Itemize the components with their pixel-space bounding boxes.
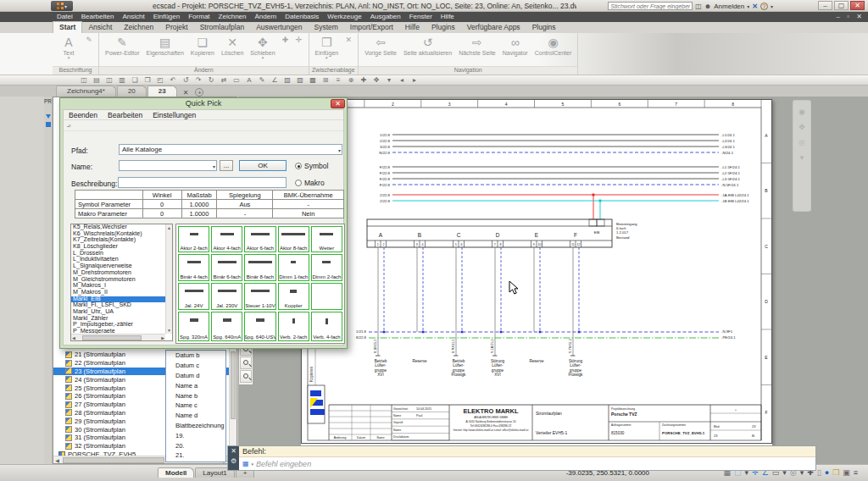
qat-prev-icon[interactable]: ◂ <box>396 76 408 84</box>
menu-zeichnen[interactable]: Zeichnen <box>214 12 251 22</box>
menu-ausgaben[interactable]: Ausgaben <box>366 12 405 22</box>
symbol-cell-aktor-8-fach[interactable]: Aktor 8-fach <box>278 226 309 252</box>
power-editor-button[interactable]: ✎Power-Editor <box>103 35 142 56</box>
header-field-item[interactable]: Name c <box>166 401 225 411</box>
chevron-down-icon[interactable]: ▾ <box>771 3 773 9</box>
status-menu-icon[interactable]: ≡ <box>854 467 858 478</box>
scroll-thumb[interactable] <box>231 351 236 419</box>
orbit-icon[interactable]: ▾ <box>800 153 804 162</box>
browse-button[interactable]: ... <box>220 160 233 171</box>
pan-icon[interactable]: ✥ <box>798 123 805 131</box>
qat-move-icon[interactable]: ✥ <box>370 76 382 84</box>
drawing-tab-23[interactable]: 23 <box>147 86 177 97</box>
qat-pencil-icon[interactable]: ✎ <box>256 76 268 84</box>
close-icon[interactable]: ✕ <box>231 447 236 455</box>
tab-system[interactable]: System <box>308 22 343 33</box>
eigenschaften-button[interactable]: ▤Eigenschaften <box>143 35 186 56</box>
tool-button[interactable]: ✛ <box>293 35 305 45</box>
menu-ndern[interactable]: Ändern <box>250 12 281 22</box>
zoom-previous-button[interactable] <box>240 357 252 369</box>
search-icon[interactable]: ◫ <box>695 3 702 10</box>
ok-button[interactable]: OK <box>239 160 287 171</box>
drawing-tab-zeichnung4[interactable]: Zeichnung4* <box>56 86 116 97</box>
header-field-item[interactable]: Name a <box>166 380 225 390</box>
qat-search-icon[interactable]: ◫ <box>78 76 90 84</box>
symbol-cell-aktor-2-fach[interactable]: Aktor 2-fach <box>178 226 209 252</box>
menu-ansicht[interactable]: Ansicht <box>118 12 148 22</box>
header-field-item[interactable]: 21. <box>166 451 225 461</box>
list-vscrollbar[interactable]: ▲▼ <box>165 224 172 334</box>
qat-table-icon[interactable]: ⊞ <box>320 76 331 84</box>
user-icon[interactable]: ☻ <box>704 3 711 10</box>
dialog-menu-beenden[interactable]: Beenden <box>64 111 103 119</box>
symbol-cell-dimm-2-fach[interactable]: Dimm 2-fach <box>311 254 342 280</box>
menu-fenster[interactable]: Fenster <box>405 12 437 22</box>
symbol-cell-aktor-4-fach[interactable]: Aktor 4-fach <box>211 226 242 252</box>
header-field-item[interactable]: Name d <box>166 411 225 421</box>
symbol-cell-wetter[interactable]: Wetter <box>311 226 342 252</box>
qat-copy-icon[interactable]: ❒ <box>142 76 153 84</box>
navigator-button[interactable]: ∞Navigator <box>500 35 531 56</box>
qat-text-icon[interactable]: A <box>243 76 255 84</box>
pin-icon[interactable]: -▫ <box>67 122 70 130</box>
fullnav-icon[interactable]: ◉ <box>798 108 805 116</box>
tool-button[interactable]: ✕ <box>342 35 354 45</box>
symbol-cell-bin-r-8-fach[interactable]: Binär 8-fach <box>244 254 275 280</box>
drawing-sheet[interactable]: 12345678ABCDEF1/22.8-L1/24.12/22.8-L2/24… <box>301 99 772 445</box>
qat-dropdown-icon[interactable]: ▾ <box>383 76 395 84</box>
symbol-cell-jal-230v[interactable]: Jal. 230V <box>211 283 242 310</box>
command-grip[interactable]: ✕ ⚙ <box>228 446 239 470</box>
zoom-icon[interactable]: ◎ <box>798 138 805 147</box>
tab-plugins[interactable]: Plugins <box>526 22 562 33</box>
close-tab-icon[interactable]: ✕ <box>178 89 194 97</box>
qat-undo-history-icon[interactable]: ↺ <box>180 76 192 84</box>
menu-bearbeiten[interactable]: Bearbeiten <box>77 12 119 22</box>
scroll-thumb[interactable] <box>63 457 164 463</box>
catalog-item[interactable]: P_Messgeraete <box>71 329 165 334</box>
n-chste-seite-button[interactable]: ⇨Nächste Seite <box>456 35 498 56</box>
list-hscrollbar[interactable]: ◀▶ <box>71 334 165 340</box>
catalog-list[interactable]: ▲▼ ◀▶ K5_Relais,WechslerK6_Wischrelais(K… <box>70 224 173 341</box>
minimize-button[interactable]: – <box>818 1 832 10</box>
menu-format[interactable]: Format <box>184 12 214 22</box>
beschreibung-input[interactable] <box>118 177 287 188</box>
symbol-cell-verb-2-fach[interactable]: Verb. 2-fach <box>278 312 309 341</box>
symbol-cell-aktor-6-fach[interactable]: Aktor 6-fach <box>244 226 275 252</box>
tab-verf-gbare-apps[interactable]: Verfügbare Apps <box>461 22 526 33</box>
panel-icon[interactable] <box>46 122 51 127</box>
command-input[interactable]: ▦ ▾ Befehl eingeben <box>239 457 815 470</box>
exchange-icon[interactable]: ✕ <box>752 3 758 10</box>
tab-stromlaufplan[interactable]: Stromlaufplan <box>194 22 250 33</box>
header-field-item[interactable]: 19. <box>166 430 225 440</box>
symbol-cell-dimm-1-fach[interactable]: Dimm 1-fach <box>278 254 309 280</box>
tab-plugins[interactable]: Plugins <box>426 22 461 33</box>
tool-button[interactable]: ✚ <box>280 35 292 45</box>
scroll-left-icon[interactable]: ◀ <box>53 457 61 463</box>
symbol-cell-verb-4-fach[interactable]: Verb. 4-fach <box>311 312 342 341</box>
vorige-seite-button[interactable]: ⇦Vorige Seite <box>362 35 399 56</box>
qat-print-preview-icon[interactable]: ❏ <box>129 76 141 84</box>
schieben-button[interactable]: ✥Schieben▾ <box>248 35 277 59</box>
tab-import-export[interactable]: Import/Export <box>344 22 399 33</box>
qat-angle-icon[interactable]: ∠ <box>269 76 281 84</box>
text-button[interactable]: AText▾ <box>56 35 81 59</box>
status-export-icon[interactable]: ❒ <box>832 467 839 478</box>
qat-list-icon[interactable]: ≡ <box>332 76 344 84</box>
dialog-menu-bearbeiten[interactable]: Bearbeiten <box>103 111 147 119</box>
makro-radio[interactable]: Makro <box>295 179 325 187</box>
header-field-item[interactable]: Name b <box>166 390 225 401</box>
qat-folder-icon[interactable]: ◰ <box>154 76 166 84</box>
maximize-button[interactable]: ▢ <box>834 1 849 10</box>
tab-auswertungen[interactable]: Auswertungen <box>250 22 308 33</box>
qat-hatch-icon[interactable]: ▩ <box>307 76 319 84</box>
menu-werkzeuge[interactable]: Werkzeuge <box>323 12 365 22</box>
pfad-select[interactable]: Alle Kataloge▾ <box>119 144 342 155</box>
mdi-window-buttons[interactable]: – ▫ ✕ <box>837 12 865 22</box>
status-monitor-icon[interactable]: ▣ <box>843 467 850 478</box>
qat-binoculars-icon[interactable]: ◫ <box>103 76 115 84</box>
name-combobox[interactable]: ▾ <box>119 160 217 171</box>
einf-gen-button[interactable]: ❒Einfügen▾ <box>313 35 342 59</box>
tab-start[interactable]: Start <box>53 21 82 33</box>
kopieren-button[interactable]: ❏Kopieren <box>188 35 217 56</box>
tool-button[interactable]: ✎ <box>83 35 95 45</box>
